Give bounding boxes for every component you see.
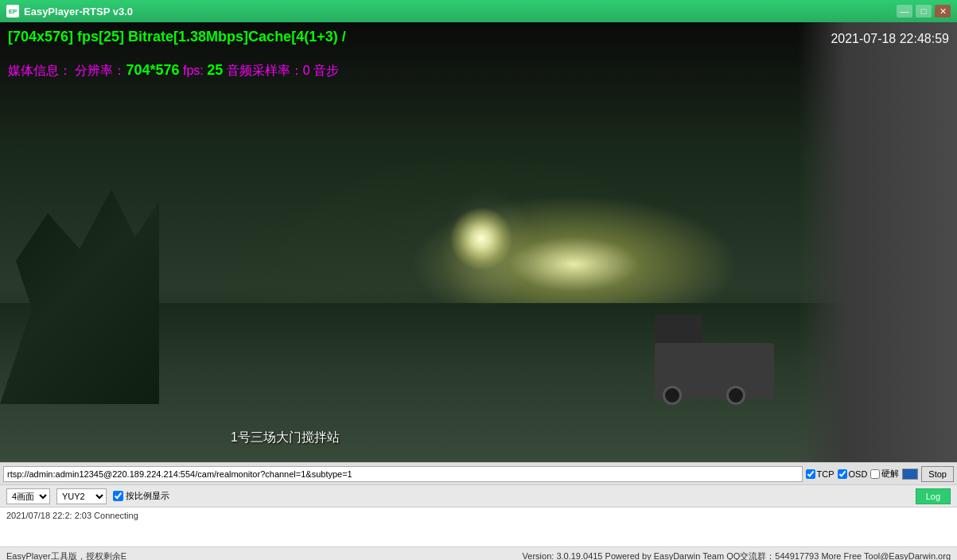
log-area: 2021/07/18 22:2: 2:03 Connecting	[0, 507, 957, 546]
decode-checkbox[interactable]	[870, 469, 880, 479]
osd-media-info: 媒体信息： 分辨率：704*576 fps: 25 音频采样率：0 音步	[8, 62, 339, 80]
close-button[interactable]: ✕	[935, 5, 951, 18]
decode-checkbox-group: 硬解	[870, 468, 899, 480]
minimize-button[interactable]: —	[897, 5, 912, 18]
osd-location-text: 1号三场大门搅拌站	[231, 430, 340, 446]
osd-fps-label: fps:	[180, 64, 208, 77]
tcp-checkbox[interactable]	[806, 469, 815, 479]
building-right	[798, 22, 957, 462]
tcp-label: TCP	[817, 469, 834, 479]
format-select[interactable]: YUY2 RGB24 NV12	[56, 488, 107, 504]
log-button[interactable]: Log	[916, 488, 951, 504]
options-bar: 4画面 1画面 9画面 YUY2 RGB24 NV12 按比例显示 Log	[0, 484, 957, 507]
ratio-checkbox-group: 按比例显示	[113, 490, 169, 502]
osd-datetime: 2021-07-18 22:48:59	[831, 32, 949, 46]
view-mode-select[interactable]: 4画面 1画面 9画面	[6, 488, 50, 504]
truck-wheel2	[726, 386, 745, 405]
light-rays	[440, 189, 535, 309]
app-icon: EP	[6, 5, 19, 18]
status-bar: EasyPlayer工具版，授权剩余E Version: 3.0.19.0415…	[0, 546, 957, 560]
osd-media-prefix: 媒体信息： 分辨率：	[8, 64, 126, 77]
osd-stream-info: [704x576] fps[25] Bitrate[1.38Mbps]Cache…	[8, 29, 346, 45]
decode-label: 硬解	[881, 468, 899, 480]
osd-label: OSD	[849, 469, 868, 479]
titlebar-left: EP EasyPlayer-RTSP v3.0	[6, 5, 133, 18]
title-text: EasyPlayer-RTSP v3.0	[24, 6, 133, 18]
tcp-checkbox-group: TCP	[806, 469, 834, 479]
ratio-checkbox[interactable]	[113, 491, 123, 501]
truck-wheel1	[663, 386, 682, 405]
maximize-button[interactable]: □	[916, 5, 932, 18]
status-right: Version: 3.0.19.0415 Powered by EasyDarw…	[523, 550, 951, 560]
truck	[639, 319, 782, 399]
stop-button[interactable]: Stop	[921, 466, 954, 482]
osd-checkbox-group: OSD	[838, 469, 868, 479]
titlebar: EP EasyPlayer-RTSP v3.0 — □ ✕	[0, 0, 957, 22]
video-area: [704x576] fps[25] Bitrate[1.38Mbps]Cache…	[0, 22, 957, 462]
color-indicator	[902, 469, 918, 480]
status-left: EasyPlayer工具版，授权剩余E	[6, 550, 126, 560]
ratio-label: 按比例显示	[126, 490, 169, 502]
titlebar-controls: — □ ✕	[897, 5, 951, 18]
control-bar: TCP OSD 硬解 Stop	[0, 462, 957, 484]
truck-cab	[655, 315, 702, 343]
log-entry: 2021/07/18 22:2: 2:03 Connecting	[6, 511, 951, 520]
osd-fps: 25	[207, 62, 223, 78]
osd-checkbox[interactable]	[838, 469, 847, 479]
osd-audio: 音频采样率：0 音步	[223, 64, 339, 77]
osd-resolution: 704*576	[126, 62, 179, 78]
rtsp-url-input[interactable]	[3, 466, 803, 482]
